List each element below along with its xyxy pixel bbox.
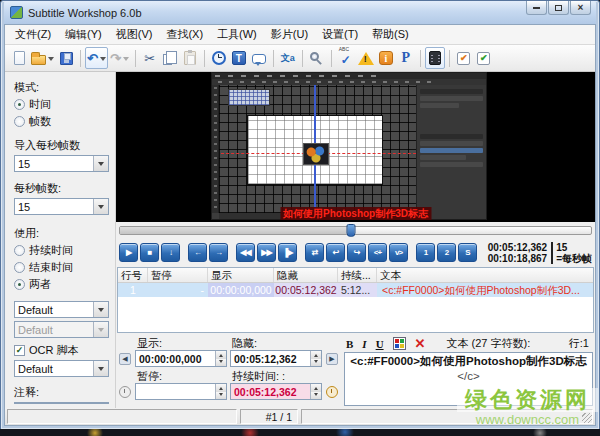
jump-forward-button[interactable]: → (209, 243, 228, 262)
mark-point2-button[interactable]: 2 (437, 243, 456, 262)
video-preview-toggle[interactable] (425, 47, 445, 69)
spin-buttons[interactable] (215, 384, 226, 399)
sync-button[interactable]: S (458, 243, 477, 262)
prev-subtitle-button[interactable]: ↩ (326, 243, 345, 262)
open-dropdown-arrow[interactable] (48, 57, 54, 64)
menu-search[interactable]: 查找(X) (159, 25, 210, 44)
combo-dropdown-button[interactable] (93, 302, 108, 317)
underline-button[interactable]: U (376, 338, 384, 350)
spin-down-icon[interactable] (216, 359, 226, 367)
paste-button[interactable] (180, 47, 200, 69)
menu-edit[interactable]: 编辑(Y) (58, 25, 109, 44)
pause-spinner[interactable] (135, 383, 227, 400)
duration-value[interactable]: 00:05:12,362 (231, 384, 310, 399)
next-time-icon[interactable]: ▶ (326, 353, 338, 365)
input-fps-combo[interactable]: 15 (14, 155, 109, 172)
work-end-radio[interactable]: 结束时间 (14, 260, 109, 275)
copy-button[interactable] (160, 47, 180, 69)
bold-button[interactable]: B (346, 338, 353, 350)
pause-value[interactable] (136, 384, 215, 399)
play-button[interactable]: ▶ (119, 243, 138, 262)
color-palette-icon[interactable] (393, 337, 406, 350)
seek-slider[interactable] (119, 226, 592, 235)
spin-buttons[interactable] (310, 384, 321, 399)
pause-clock-icon[interactable] (119, 386, 131, 398)
validate-ok-button[interactable]: ✔ (474, 47, 494, 69)
ocr-checkbox-row[interactable]: ✓ OCR 脚本 (14, 343, 109, 358)
checkbox-checked-icon[interactable]: ✓ (14, 345, 25, 356)
menu-settings[interactable]: 设置(T) (315, 25, 365, 44)
hide-time-value[interactable]: 00:05:12,362 (231, 351, 310, 366)
menu-tools[interactable]: 工具(W) (210, 25, 264, 44)
jump-back-button[interactable]: ← (188, 243, 207, 262)
set-hide-time-button[interactable]: v> (389, 243, 408, 262)
spin-buttons[interactable] (310, 351, 321, 366)
subtitle-list[interactable]: 行号 暂停 显示 隐藏 持续... 文本 1 - 00:00:00,000 00… (117, 267, 594, 333)
table-row[interactable]: 1 - 00:00:00,000 00:05:12,362 5:12... <c… (118, 283, 593, 297)
ocr-script-combo[interactable]: Default (14, 360, 109, 377)
rewind-button[interactable]: ◀◀ (236, 243, 255, 262)
menu-file[interactable]: 文件(Z) (8, 25, 58, 44)
combo-dropdown-button[interactable] (93, 156, 108, 171)
menu-movie[interactable]: 影片(U) (264, 25, 315, 44)
redo-dropdown-arrow[interactable] (123, 57, 129, 64)
menu-help[interactable]: 帮助(S) (365, 25, 416, 44)
seek-thumb[interactable] (346, 224, 355, 237)
prev-time-icon[interactable]: ◀ (119, 353, 131, 365)
spin-buttons[interactable] (215, 351, 226, 366)
redo-button[interactable]: ↷ (108, 47, 131, 69)
work-both-radio[interactable]: 两者 (14, 277, 109, 292)
close-button[interactable]: × (570, 1, 591, 15)
spin-down-icon[interactable] (311, 392, 321, 400)
show-time-value[interactable]: 00:00:00,000 (136, 351, 215, 366)
spin-up-icon[interactable] (216, 351, 226, 359)
subtitle-text-input[interactable]: <c:#FF0000>如何使用Photoshop制作3D标志 </c> (344, 352, 593, 406)
next-subtitle-button[interactable]: ↪ (347, 243, 366, 262)
spell-check-button[interactable]: ✓ (336, 47, 356, 69)
spin-down-icon[interactable] (311, 359, 321, 367)
menu-view[interactable]: 视图(V) (109, 25, 160, 44)
show-time-spinner[interactable]: 00:00:00,000 (135, 350, 227, 367)
combo-dropdown-button[interactable] (93, 199, 108, 214)
open-file-button[interactable] (29, 47, 56, 69)
pascal-script-button[interactable]: P (396, 47, 416, 69)
column-header-show[interactable]: 显示 (208, 268, 274, 282)
loop-button[interactable]: ⇄ (305, 243, 324, 262)
comment-button[interactable] (249, 47, 269, 69)
spin-up-icon[interactable] (311, 351, 321, 359)
information-button[interactable]: i (376, 47, 396, 69)
undo-dropdown-arrow[interactable] (100, 57, 106, 64)
save-button[interactable] (56, 47, 76, 69)
fast-forward-button[interactable]: ▶▶ (257, 243, 276, 262)
set-show-time-button[interactable]: <+ (368, 243, 387, 262)
spin-down-icon[interactable] (216, 392, 226, 400)
video-preview[interactable]: 如何使用Photoshop制作3D标志 (116, 72, 595, 222)
time-mode-button[interactable] (209, 47, 229, 69)
duration-clock-icon[interactable] (326, 386, 338, 398)
translate-button[interactable]: 文a (278, 47, 298, 69)
italic-button[interactable]: I (362, 338, 366, 350)
column-header-hide[interactable]: 隐藏 (274, 268, 338, 282)
fps-combo[interactable]: 15 (14, 198, 109, 215)
mode-time-radio[interactable]: 时间 (14, 97, 109, 112)
clear-format-button[interactable]: ✕ (415, 337, 426, 350)
validate-edit-button[interactable]: ✔ (454, 47, 474, 69)
text-mode-button[interactable]: T (229, 47, 249, 69)
resize-grip[interactable] (582, 413, 592, 423)
work-duration-radio[interactable]: 持续时间 (14, 243, 109, 258)
column-header-text[interactable]: 文本 (377, 268, 593, 282)
stop-button[interactable]: ■ (140, 243, 159, 262)
maximize-button[interactable] (548, 1, 569, 15)
spin-up-icon[interactable] (311, 384, 321, 392)
mark-point1-button[interactable]: 1 (416, 243, 435, 262)
combo-dropdown-button[interactable] (93, 361, 108, 376)
column-header-duration[interactable]: 持续... (338, 268, 377, 282)
new-file-button[interactable] (9, 47, 29, 69)
undo-button[interactable]: ↶ (85, 47, 108, 69)
spin-up-icon[interactable] (216, 384, 226, 392)
charset-main-combo[interactable]: Default (14, 301, 109, 318)
notes-textarea[interactable] (14, 402, 109, 404)
play-rate-button[interactable]: ▐▶ (278, 243, 297, 262)
column-header-num[interactable]: 行号 (118, 268, 148, 282)
scroll-list-button[interactable]: ↓ (161, 243, 180, 262)
